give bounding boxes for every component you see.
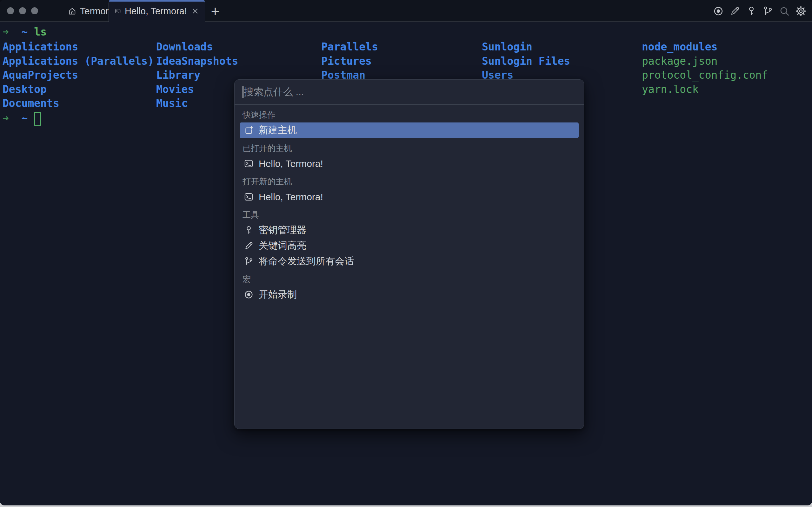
section-title-open-new-host: 打开新的主机 bbox=[242, 176, 576, 187]
palette-item-label: 密钥管理器 bbox=[259, 224, 306, 237]
gear-icon bbox=[796, 6, 806, 16]
tab-hello-termora[interactable]: Hello, Termora! bbox=[109, 0, 205, 22]
command-palette: 快速操作 新建主机 已打开的主机 Hello, Termora! 打开新的主机 … bbox=[234, 79, 584, 429]
prompt-cwd: ~ bbox=[21, 112, 28, 124]
terminal-cursor bbox=[34, 112, 41, 126]
traffic-light-close[interactable] bbox=[7, 7, 14, 14]
ls-entry: package.json bbox=[642, 54, 768, 68]
titlebar: Termora Hello, Termora! + bbox=[0, 0, 812, 22]
settings-button[interactable] bbox=[796, 6, 806, 16]
close-icon bbox=[191, 7, 200, 15]
text-caret bbox=[242, 86, 243, 98]
prompt-line: ➜~ bbox=[3, 111, 41, 124]
ls-entry: AquaProjects bbox=[3, 68, 154, 82]
ls-entry: yarn.lock bbox=[642, 82, 768, 97]
palette-item-new-host[interactable]: 新建主机 bbox=[240, 122, 579, 138]
ls-column: Downloads IdeaSnapshots Library Movies M… bbox=[156, 40, 238, 111]
palette-item-label: 关键词高亮 bbox=[259, 239, 306, 252]
terminal-icon bbox=[244, 192, 254, 202]
palette-item-open-new-host[interactable]: Hello, Termora! bbox=[240, 189, 579, 205]
tab-close-button[interactable] bbox=[191, 7, 200, 15]
ls-entry: protocol_config.conf bbox=[642, 68, 768, 82]
git-branch-icon bbox=[244, 257, 254, 266]
prompt-arrow: ➜ bbox=[3, 112, 9, 124]
traffic-light-maximize[interactable] bbox=[31, 7, 38, 14]
keyword-highlight-button[interactable] bbox=[729, 6, 740, 16]
palette-item-send-to-all-sessions[interactable]: 将命令发送到所有会话 bbox=[240, 253, 579, 269]
section-title-opened-hosts: 已打开的主机 bbox=[242, 143, 576, 154]
ls-entry: node_modules bbox=[642, 40, 768, 54]
palette-item-key-manager[interactable]: 密钥管理器 bbox=[240, 222, 579, 238]
home-icon bbox=[68, 7, 76, 15]
pencil-icon bbox=[244, 241, 254, 250]
palette-item-label: 新建主机 bbox=[259, 124, 297, 137]
ls-entry: Sunlogin bbox=[482, 40, 570, 54]
palette-search-input[interactable] bbox=[242, 86, 576, 98]
ls-entry: Applications bbox=[3, 40, 154, 54]
git-branch-icon bbox=[762, 6, 773, 16]
ls-entry: Pictures bbox=[321, 54, 378, 68]
palette-item-opened-host[interactable]: Hello, Termora! bbox=[240, 156, 579, 171]
key-icon bbox=[746, 6, 757, 16]
ls-column: node_modules package.json protocol_confi… bbox=[642, 40, 768, 97]
titlebar-actions bbox=[713, 0, 806, 22]
search-icon bbox=[779, 6, 790, 16]
typed-command: ls bbox=[34, 26, 47, 38]
terminal-icon bbox=[115, 6, 121, 16]
ls-entry: IdeaSnapshots bbox=[156, 54, 238, 68]
terminal-icon bbox=[244, 159, 254, 168]
search-button[interactable] bbox=[779, 6, 790, 16]
section-title-tools: 工具 bbox=[242, 209, 576, 221]
ls-entry: Library bbox=[156, 68, 238, 82]
ls-column: Parallels Pictures Postman bbox=[321, 40, 378, 82]
palette-search-row bbox=[234, 79, 584, 105]
new-host-icon bbox=[244, 125, 254, 135]
ls-entry: Parallels bbox=[321, 40, 378, 54]
traffic-light-minimize[interactable] bbox=[19, 7, 26, 14]
ls-entry: Music bbox=[156, 97, 238, 111]
palette-item-keyword-highlight[interactable]: 关键词高亮 bbox=[240, 238, 579, 253]
palette-item-label: 开始录制 bbox=[259, 288, 297, 301]
palette-item-label: Hello, Termora! bbox=[259, 191, 323, 203]
tab-title: Hello, Termora! bbox=[125, 6, 187, 16]
ls-column: Sunlogin Sunlogin Files Users bbox=[482, 40, 570, 82]
palette-item-label: 将命令发送到所有会话 bbox=[259, 255, 354, 268]
command-line: ➜~ls bbox=[3, 26, 47, 38]
palette-item-start-recording[interactable]: 开始录制 bbox=[240, 287, 579, 302]
send-to-all-sessions-button[interactable] bbox=[762, 6, 773, 16]
ls-entry: Documents bbox=[3, 97, 154, 111]
palette-item-label: Hello, Termora! bbox=[259, 158, 323, 169]
ls-entry: Sunlogin Files bbox=[482, 54, 570, 68]
prompt-arrow: ➜ bbox=[3, 26, 9, 38]
ls-entry: Movies bbox=[156, 82, 238, 97]
key-manager-button[interactable] bbox=[746, 6, 757, 16]
ls-entry: Desktop bbox=[3, 82, 154, 97]
ls-column: Applications Applications (Parallels) Aq… bbox=[3, 40, 154, 111]
ls-entry: Applications (Parallels) bbox=[3, 54, 154, 68]
termora-window: Termora Hello, Termora! + bbox=[0, 0, 812, 505]
pencil-icon bbox=[729, 6, 740, 16]
ls-entry: Downloads bbox=[156, 40, 238, 54]
record-icon bbox=[244, 290, 254, 299]
section-title-macro: 宏 bbox=[242, 274, 576, 285]
record-icon bbox=[713, 6, 724, 16]
section-title-quick-actions: 快速操作 bbox=[242, 109, 576, 121]
key-icon bbox=[244, 225, 254, 235]
prompt-cwd: ~ bbox=[21, 26, 28, 38]
new-tab-button[interactable]: + bbox=[208, 3, 223, 19]
app-home-button[interactable]: Termora bbox=[68, 0, 114, 22]
record-macro-button[interactable] bbox=[713, 6, 724, 16]
